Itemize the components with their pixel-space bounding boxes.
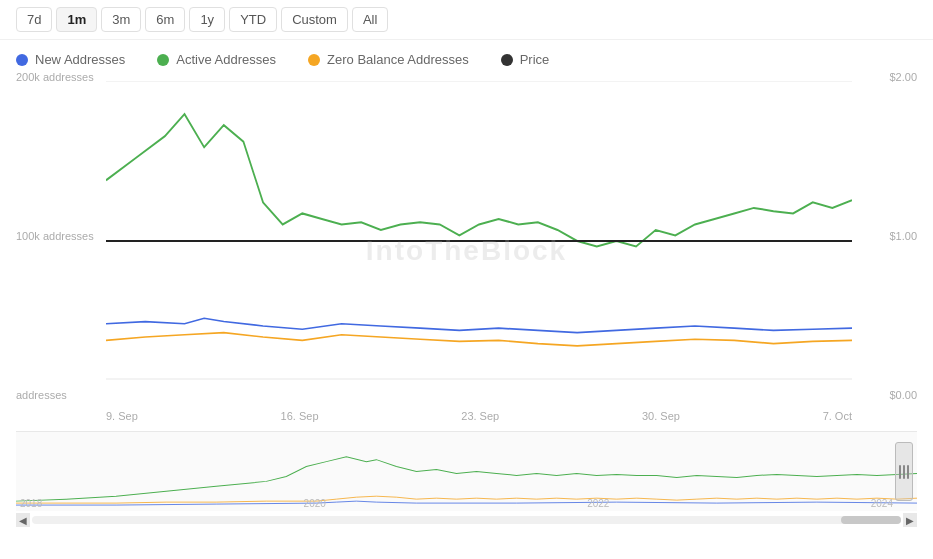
time-range-bar: 7d 1m 3m 6m 1y YTD Custom All	[0, 0, 933, 40]
btn-all[interactable]: All	[352, 7, 388, 32]
btn-1m[interactable]: 1m	[56, 7, 97, 32]
legend-dot-zero	[308, 54, 320, 66]
legend-new-addresses: New Addresses	[16, 52, 125, 67]
navigator-svg	[16, 432, 917, 511]
legend-price: Price	[501, 52, 550, 67]
y-axis-left: 200k addresses 100k addresses addresses	[16, 71, 116, 401]
scrollbar-container: ◀ ▶	[16, 511, 917, 529]
btn-custom[interactable]: Custom	[281, 7, 348, 32]
chart-inner: 200k addresses 100k addresses addresses …	[16, 71, 917, 431]
x-axis: 9. Sep 16. Sep 23. Sep 30. Sep 7. Oct	[106, 401, 852, 431]
scroll-right-arrow[interactable]: ▶	[903, 513, 917, 527]
legend-dot-price	[501, 54, 513, 66]
scroll-left-arrow[interactable]: ◀	[16, 513, 30, 527]
y-axis-right: $2.00 $1.00 $0.00	[857, 71, 917, 401]
btn-1y[interactable]: 1y	[189, 7, 225, 32]
btn-6m[interactable]: 6m	[145, 7, 185, 32]
scrollbar-track	[32, 516, 901, 524]
btn-7d[interactable]: 7d	[16, 7, 52, 32]
x-label-4: 7. Oct	[823, 410, 852, 422]
legend-zero-balance: Zero Balance Addresses	[308, 52, 469, 67]
btn-ytd[interactable]: YTD	[229, 7, 277, 32]
zero-balance-line	[106, 333, 852, 346]
x-label-2: 23. Sep	[461, 410, 499, 422]
y-label-bot-left: addresses	[16, 389, 116, 401]
legend-active-addresses: Active Addresses	[157, 52, 276, 67]
y-label-top-right: $2.00	[889, 71, 917, 83]
scrollbar-thumb[interactable]	[841, 516, 901, 524]
handle-lines	[899, 465, 909, 479]
y-label-top-left: 200k addresses	[16, 71, 116, 83]
legend-dot-new	[16, 54, 28, 66]
x-label-3: 30. Sep	[642, 410, 680, 422]
y-label-bot-right: $0.00	[889, 389, 917, 401]
btn-3m[interactable]: 3m	[101, 7, 141, 32]
legend-label-new: New Addresses	[35, 52, 125, 67]
active-addresses-line	[106, 114, 852, 246]
chart-legend: New Addresses Active Addresses Zero Bala…	[0, 40, 933, 71]
x-label-1: 16. Sep	[281, 410, 319, 422]
x-label-0: 9. Sep	[106, 410, 138, 422]
navigator-handle[interactable]	[895, 442, 913, 501]
main-chart-container: 200k addresses 100k addresses addresses …	[0, 71, 933, 431]
main-chart-svg	[106, 81, 852, 401]
handle-line-1	[899, 465, 901, 479]
legend-label-zero: Zero Balance Addresses	[327, 52, 469, 67]
legend-label-price: Price	[520, 52, 550, 67]
handle-line-3	[907, 465, 909, 479]
legend-dot-active	[157, 54, 169, 66]
new-addresses-line	[106, 318, 852, 332]
y-label-mid-right: $1.00	[889, 230, 917, 242]
handle-line-2	[903, 465, 905, 479]
y-label-mid-left: 100k addresses	[16, 230, 116, 242]
navigator[interactable]: 2018 2020 2022 2024	[16, 431, 917, 511]
legend-label-active: Active Addresses	[176, 52, 276, 67]
